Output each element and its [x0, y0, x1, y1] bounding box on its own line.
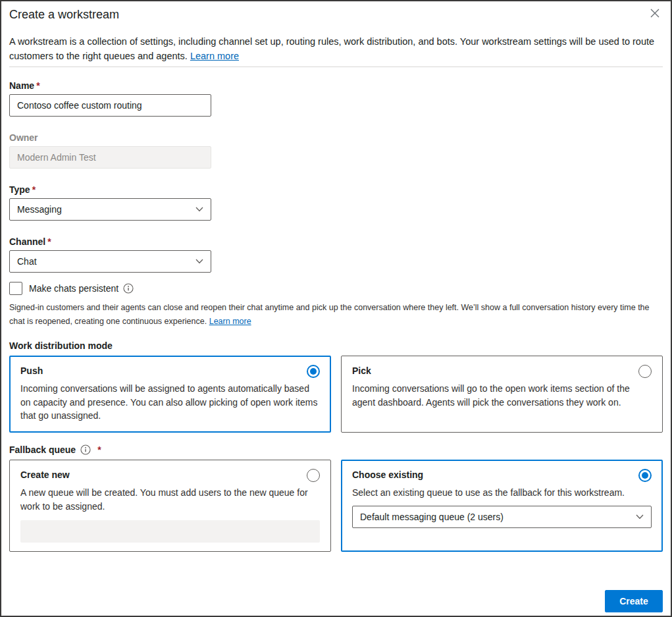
persistent-chat-label: Make chats persistent: [29, 283, 134, 294]
choose-existing-radio[interactable]: [638, 469, 652, 482]
pick-radio[interactable]: [638, 365, 652, 378]
close-button[interactable]: [647, 7, 663, 21]
pick-option-title: Pick: [352, 364, 371, 377]
dialog-description-text: A workstream is a collection of settings…: [9, 36, 654, 61]
work-distribution-options: Push Incoming conversations will be assi…: [9, 356, 663, 433]
channel-select[interactable]: Chat: [9, 250, 211, 273]
type-label: Type*: [9, 183, 663, 196]
chevron-down-icon: [195, 207, 203, 212]
chevron-down-icon: [636, 514, 644, 520]
type-label-text: Type: [9, 184, 30, 195]
close-icon: [650, 11, 660, 20]
name-input[interactable]: [9, 94, 211, 117]
fallback-queue-heading: Fallback queue *: [9, 443, 663, 456]
page-title: Create a workstream: [9, 7, 119, 22]
push-option-description: Incoming conversations will be assigned …: [20, 382, 320, 423]
option-card-create-new[interactable]: Create new A new queue will be created. …: [9, 460, 331, 552]
owner-label: Owner: [9, 131, 663, 144]
option-card-push[interactable]: Push Incoming conversations will be assi…: [9, 356, 331, 433]
option-card-choose-existing[interactable]: Choose existing Select an existing queue…: [341, 460, 663, 552]
push-radio[interactable]: [307, 365, 320, 378]
card-head: Push: [20, 364, 320, 378]
create-button[interactable]: Create: [605, 590, 663, 612]
channel-label: Channel*: [9, 235, 663, 248]
create-workstream-dialog: Create a workstream A workstream is a co…: [0, 0, 672, 617]
make-chats-persistent-checkbox[interactable]: [9, 282, 22, 295]
option-card-pick[interactable]: Pick Incoming conversations will go to t…: [341, 356, 663, 433]
card-head: Create new: [20, 468, 320, 482]
persistent-chat-note-text: Signed-in customers and their agents can…: [9, 303, 650, 326]
type-select[interactable]: Messaging: [9, 198, 211, 221]
type-required-asterisk: *: [32, 184, 36, 195]
fallback-queue-options: Create new A new queue will be created. …: [9, 460, 663, 552]
choose-existing-option-description: Select an existing queue to use as the f…: [352, 486, 652, 500]
fallback-queue-heading-text: Fallback queue: [9, 443, 76, 456]
channel-select-value: Chat: [17, 256, 37, 267]
card-head: Choose existing: [352, 468, 652, 482]
choose-existing-option-title: Choose existing: [352, 468, 423, 481]
owner-input: [9, 146, 211, 169]
dialog-description: A workstream is a collection of settings…: [9, 34, 658, 63]
card-head: Pick: [352, 364, 652, 378]
push-option-title: Push: [20, 364, 43, 377]
name-label-text: Name: [9, 80, 34, 91]
fallback-required-asterisk: *: [97, 443, 101, 456]
persistent-chat-note: Signed-in customers and their agents can…: [9, 301, 661, 329]
info-icon[interactable]: [123, 283, 134, 294]
name-label: Name*: [9, 79, 663, 92]
fallback-queue-select[interactable]: Default messaging queue (2 users): [352, 506, 652, 528]
create-new-radio[interactable]: [307, 469, 320, 482]
note-learn-more-link[interactable]: Learn more: [209, 317, 251, 326]
work-distribution-heading: Work distribution mode: [9, 339, 663, 352]
channel-required-asterisk: *: [47, 236, 51, 247]
dialog-header: Create a workstream: [9, 7, 663, 22]
channel-label-text: Channel: [9, 236, 45, 247]
header-divider: [9, 67, 663, 67]
type-select-value: Messaging: [17, 204, 62, 215]
create-new-option-description: A new queue will be created. You must ad…: [20, 486, 320, 513]
create-new-option-title: Create new: [20, 468, 70, 481]
dialog-footer: Create: [9, 590, 663, 612]
fallback-queue-select-value: Default messaging queue (2 users): [360, 512, 504, 522]
persistent-chat-label-text: Make chats persistent: [29, 283, 118, 294]
chevron-down-icon: [195, 259, 203, 264]
name-required-asterisk: *: [36, 80, 39, 91]
pick-option-description: Incoming conversations will go to the op…: [352, 382, 652, 409]
persistent-chat-row: Make chats persistent: [9, 282, 663, 295]
new-queue-name-input: [20, 520, 320, 543]
intro-learn-more-link[interactable]: Learn more: [190, 51, 239, 61]
info-icon[interactable]: [80, 444, 91, 455]
